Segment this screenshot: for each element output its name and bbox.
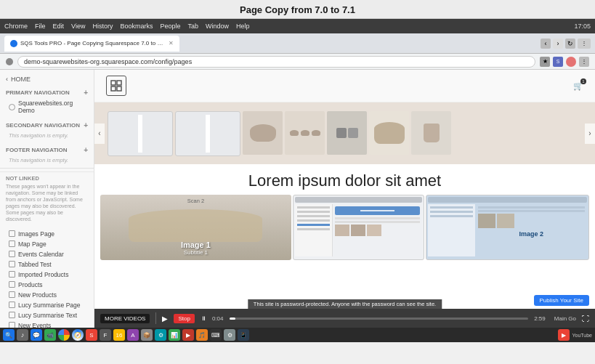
svg-rect-3 (117, 86, 121, 91)
blue-button (335, 206, 420, 215)
more-videos-button[interactable]: MORE VIDEOS (100, 314, 150, 323)
chrome-menu-item[interactable]: Chrome (4, 23, 28, 30)
gallery-thumb-7 (411, 111, 451, 155)
taskbar-icon-app5[interactable]: ⚙ (155, 329, 166, 341)
history-menu-item[interactable]: History (92, 23, 113, 30)
pause-button[interactable]: ⏸ (201, 315, 206, 322)
bookmarks-menu-item[interactable]: Bookmarks (120, 23, 153, 30)
taskbar-icon-app10[interactable]: ⚙ (224, 329, 235, 341)
sidebar-line (297, 215, 331, 217)
taskbar-icon-music[interactable]: ♪ (17, 329, 28, 341)
sidebar-item-events-calendar[interactable]: Events Calendar (0, 249, 94, 259)
secondary-nav-add-button[interactable]: + (84, 121, 88, 129)
gallery-thumb-2 (175, 111, 240, 156)
window-menu-item[interactable]: Window (206, 23, 229, 30)
tab-menu-item[interactable]: Tab (187, 23, 198, 30)
taskbar-icon-app4[interactable]: 📦 (141, 329, 153, 341)
address-actions: ★ S ⋮ (540, 57, 589, 67)
people-menu-item[interactable]: People (160, 23, 180, 30)
taskbar-icon-finder[interactable]: 🔍 (3, 329, 15, 341)
back-button[interactable]: ‹ (541, 39, 551, 49)
gallery-prev-button[interactable]: ‹ (94, 124, 105, 144)
page-icon (9, 261, 15, 267)
cart-badge: 1 (580, 78, 586, 84)
sidebar-item-demo[interactable]: Squarewebsites.org Demo (0, 98, 94, 116)
taskbar-youtube-icon[interactable]: ▶ (558, 329, 570, 341)
browser-tab[interactable]: SQS Tools PRO - Page Copying Squarespace… (4, 36, 179, 52)
page-item-label: Products (18, 281, 43, 288)
gallery-thumb-5 (327, 111, 367, 155)
fullscreen-button[interactable]: ⛶ (582, 315, 589, 323)
lower-section: Scan 2 Image 1 Subtitle 1 (94, 195, 595, 264)
taskbar-youtube-label: YouTube (572, 333, 592, 338)
gallery-next-button[interactable]: › (585, 124, 595, 144)
screenshot-sidebar (295, 204, 333, 256)
progress-bar[interactable] (230, 318, 529, 320)
settings-button[interactable]: ⋮ (578, 39, 591, 49)
content-line (335, 217, 420, 219)
tab-close-button[interactable]: ✕ (169, 40, 174, 46)
sidebar-item-new-products[interactable]: New Products (0, 290, 94, 300)
bowl-image (250, 124, 276, 142)
taskbar-icon-app1[interactable]: S (86, 329, 97, 341)
stop-button[interactable]: Stop (174, 314, 194, 323)
taskbar-icon-app2[interactable]: F (100, 329, 111, 341)
cart-icon[interactable]: 🛒 1 (573, 81, 583, 91)
sidebar-line (297, 219, 331, 222)
time-current: 0:04 (212, 315, 224, 322)
sidebar-item-new-events[interactable]: New Events (0, 320, 94, 328)
thumb (351, 225, 365, 236)
edit-menu-item[interactable]: Edit (53, 23, 65, 30)
help-menu-item[interactable]: Help (236, 23, 250, 30)
taskbar-icon-notes[interactable]: 16 (113, 329, 125, 341)
address-field[interactable]: demo-squarewebsites-org.squarespace.com/… (17, 56, 535, 68)
panel-1-label: Image 1 Subtitle 1 (181, 240, 211, 256)
not-linked-header: NOT LINKED (6, 175, 39, 182)
thumb (478, 214, 495, 228)
play-button[interactable]: ▶ (162, 315, 168, 323)
forward-button[interactable]: › (553, 39, 563, 49)
more-options-icon[interactable]: ⋮ (579, 57, 589, 67)
taskbar-icon-safari[interactable]: 🧭 (72, 329, 84, 341)
primary-nav-add-button[interactable]: + (84, 89, 88, 97)
screenshot-inner (295, 204, 422, 256)
sidebar-item-lucy-summarise-page[interactable]: Lucy Summarise Page (0, 300, 94, 310)
screenshot-main (207, 115, 210, 153)
publish-button[interactable]: Publish Your Site (534, 295, 590, 306)
sidebar-item-products[interactable]: Products (0, 280, 94, 290)
gallery-strip: ‹ (94, 102, 595, 164)
taskbar-icon-app3[interactable]: A (127, 329, 139, 341)
sidebar-item-images-page[interactable]: Images Page (0, 229, 94, 239)
menu-bar: Chrome File Edit View History Bookmarks … (4, 23, 570, 30)
view-menu-item[interactable]: View (71, 23, 85, 30)
product-group (290, 130, 320, 136)
taskbar-icon-messages[interactable]: 💬 (31, 329, 42, 341)
thumb (497, 214, 514, 228)
extension-icon[interactable]: S (553, 57, 563, 67)
taskbar-icon-app7[interactable]: ▶ (182, 329, 194, 341)
taskbar-icon-chrome[interactable] (58, 329, 70, 341)
content-wrapper: 🛒 1 ‹ (94, 70, 595, 328)
sidebar-item-lucy-summarise-text[interactable]: Lucy Summarise Text (0, 310, 94, 320)
sidebar-item-map-page[interactable]: Map Page (0, 239, 94, 249)
taskbar-icon-app6[interactable]: 📊 (169, 329, 180, 341)
sidebar-item-imported-products[interactable]: Imported Products (0, 270, 94, 280)
site-logo (106, 76, 126, 96)
home-link[interactable]: ‹ HOME (0, 73, 94, 86)
browser-nav-icons: ‹ › ↻ ⋮ (541, 39, 591, 49)
time-total: 2:59 (534, 315, 546, 322)
taskbar-icon-app8[interactable]: 🎵 (196, 329, 208, 341)
page-item-label: Images Page (18, 230, 54, 238)
refresh-button[interactable]: ↻ (565, 39, 575, 49)
image-panel-2 (293, 195, 424, 260)
progress-fill (230, 318, 235, 320)
taskbar-icon-app9[interactable]: ⌨ (210, 329, 222, 341)
footer-nav-add-button[interactable]: + (84, 146, 88, 154)
file-menu-item[interactable]: File (35, 23, 46, 30)
taskbar-icon-app11[interactable]: 📱 (238, 329, 249, 341)
footer-nav-label: FOOTER NAVIGATION (6, 147, 68, 153)
sidebar-item-tabbed-test[interactable]: Tabbed Test (0, 259, 94, 270)
profile-icon[interactable] (566, 57, 576, 67)
taskbar-icon-facetime[interactable]: 📹 (44, 329, 56, 341)
bookmark-icon[interactable]: ★ (540, 57, 550, 67)
